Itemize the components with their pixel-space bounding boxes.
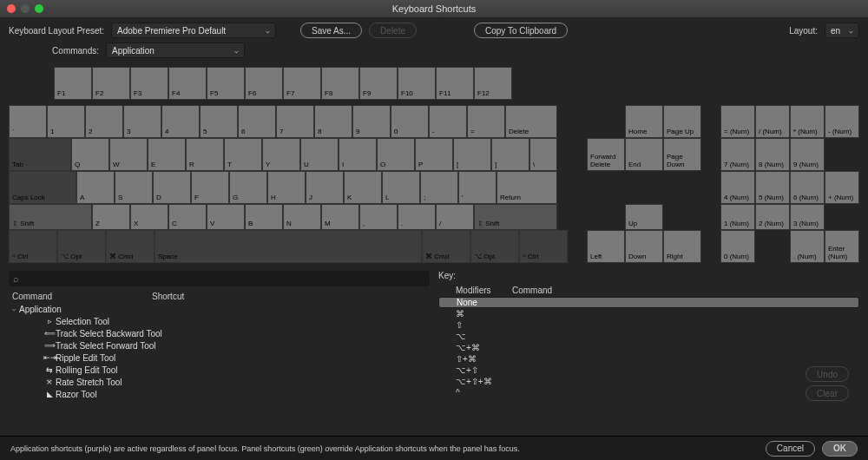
cancel-button[interactable]: Cancel: [766, 441, 815, 457]
command-item[interactable]: ▹Selection Tool: [9, 315, 430, 327]
key-e[interactable]: E: [148, 138, 186, 171]
key-3[interactable]: 3: [123, 105, 161, 138]
key-space[interactable]: Space: [155, 230, 422, 263]
key-forward-delete[interactable]: Forward Delete: [587, 138, 625, 171]
key-m[interactable]: M: [321, 204, 359, 230]
key--opt[interactable]: ⌥ Opt: [57, 230, 106, 263]
key-c[interactable]: C: [168, 204, 207, 230]
modifier-row[interactable]: ⇧+⌘: [438, 353, 859, 365]
modifier-row[interactable]: ⌥+⇧+⌘: [438, 376, 859, 387]
modifier-row[interactable]: ⇧: [438, 319, 859, 331]
key-enter-num-[interactable]: Enter (Num): [825, 230, 859, 263]
key-f[interactable]: F: [191, 171, 229, 204]
command-item[interactable]: ⇆Rolling Edit Tool: [9, 364, 430, 376]
key-f11[interactable]: F11: [436, 67, 474, 100]
key-home[interactable]: Home: [625, 105, 663, 138]
key-z[interactable]: Z: [92, 204, 130, 230]
modifier-row[interactable]: None: [438, 297, 859, 308]
key--num-[interactable]: . (Num): [790, 230, 825, 263]
key-w[interactable]: W: [109, 138, 148, 171]
key-f6[interactable]: F6: [245, 67, 283, 100]
key--[interactable]: -: [429, 105, 467, 138]
key-0[interactable]: 0: [391, 105, 429, 138]
key-9-num-[interactable]: 9 (Num): [790, 138, 825, 171]
key-page-up[interactable]: Page Up: [663, 105, 701, 138]
key--[interactable]: =: [467, 105, 505, 138]
key-f2[interactable]: F2: [92, 67, 130, 100]
key-4-num-[interactable]: 4 (Num): [720, 171, 755, 204]
key--cmd[interactable]: ⌘ Cmd: [422, 230, 470, 263]
command-item[interactable]: ⇤⇥Ripple Edit Tool: [9, 352, 430, 364]
key--[interactable]: \: [529, 138, 557, 171]
key-o[interactable]: O: [377, 138, 415, 171]
key-p[interactable]: P: [415, 138, 453, 171]
key-f8[interactable]: F8: [321, 67, 359, 100]
command-item[interactable]: ⟸Track Select Backward Tool: [9, 327, 430, 339]
key-i[interactable]: I: [339, 138, 377, 171]
key-6[interactable]: 6: [238, 105, 276, 138]
command-item[interactable]: ⤧Rate Stretch Tool: [9, 376, 430, 388]
save-as-button[interactable]: Save As...: [300, 23, 362, 38]
key-1[interactable]: 1: [47, 105, 85, 138]
key-k[interactable]: K: [344, 171, 382, 204]
key-n[interactable]: N: [283, 204, 321, 230]
key-f4[interactable]: F4: [168, 67, 207, 100]
key--num-[interactable]: * (Num): [790, 105, 825, 138]
key-8[interactable]: 8: [314, 105, 352, 138]
key-s[interactable]: S: [115, 171, 153, 204]
key-right[interactable]: Right: [663, 230, 701, 263]
modifier-row[interactable]: ^: [438, 387, 859, 398]
key-2[interactable]: 2: [85, 105, 123, 138]
key-a[interactable]: A: [76, 171, 115, 204]
key-h[interactable]: H: [267, 171, 306, 204]
key--cmd[interactable]: ⌘ Cmd: [106, 230, 155, 263]
key--[interactable]: ;: [420, 171, 458, 204]
key-v[interactable]: V: [207, 204, 245, 230]
command-list[interactable]: ⌵Application▹Selection Tool⟸Track Select…: [9, 303, 430, 398]
key--num-[interactable]: + (Num): [825, 171, 859, 204]
key-5[interactable]: 5: [200, 105, 238, 138]
modifier-row[interactable]: ⌥+⌘: [438, 342, 859, 353]
key-5-num-[interactable]: 5 (Num): [755, 171, 790, 204]
key-f5[interactable]: F5: [207, 67, 245, 100]
key-f10[interactable]: F10: [398, 67, 436, 100]
key-y[interactable]: Y: [262, 138, 300, 171]
key-q[interactable]: Q: [71, 138, 109, 171]
key-delete[interactable]: Delete: [505, 105, 557, 138]
key-2-num-[interactable]: 2 (Num): [755, 204, 790, 230]
key-7[interactable]: 7: [276, 105, 314, 138]
key-caps-lock[interactable]: Caps Lock: [9, 171, 76, 204]
key--[interactable]: ]: [491, 138, 529, 171]
modifier-row[interactable]: ⌥: [438, 331, 859, 342]
key-return[interactable]: Return: [496, 171, 557, 204]
preset-select[interactable]: Adobe Premiere Pro Default⌵: [111, 23, 276, 38]
command-item[interactable]: ◣Razor Tool: [9, 388, 430, 398]
search-input[interactable]: ⌕: [9, 271, 430, 286]
key-8-num-[interactable]: 8 (Num): [755, 138, 790, 171]
key--[interactable]: /: [436, 204, 474, 230]
key--[interactable]: `: [9, 105, 47, 138]
ok-button[interactable]: OK: [822, 441, 858, 457]
key--shift[interactable]: ⇧ Shift: [9, 204, 92, 230]
key-f3[interactable]: F3: [130, 67, 168, 100]
key-end[interactable]: End: [625, 138, 663, 171]
key-f1[interactable]: F1: [54, 67, 92, 100]
key-page-down[interactable]: Page Down: [663, 138, 701, 171]
key-t[interactable]: T: [224, 138, 262, 171]
copy-clipboard-button[interactable]: Copy To Clipboard: [474, 23, 568, 38]
key-up[interactable]: Up: [625, 204, 663, 230]
key-1-num-[interactable]: 1 (Num): [720, 204, 755, 230]
modifier-list[interactable]: None⌘⇧⌥⌥+⌘⇧+⌘⌥+⇧⌥+⇧+⌘^: [438, 297, 859, 399]
key-7-num-[interactable]: 7 (Num): [720, 138, 755, 171]
key--[interactable]: .: [398, 204, 436, 230]
key--ctrl[interactable]: ^ Ctrl: [519, 230, 568, 263]
key-left[interactable]: Left: [587, 230, 625, 263]
layout-select[interactable]: en⌵: [825, 23, 859, 38]
key-f12[interactable]: F12: [474, 67, 512, 100]
key-down[interactable]: Down: [625, 230, 663, 263]
key-4[interactable]: 4: [161, 105, 200, 138]
key--num-[interactable]: = (Num): [720, 105, 755, 138]
key--[interactable]: ,: [359, 204, 398, 230]
key-x[interactable]: X: [130, 204, 168, 230]
key--[interactable]: [: [453, 138, 491, 171]
